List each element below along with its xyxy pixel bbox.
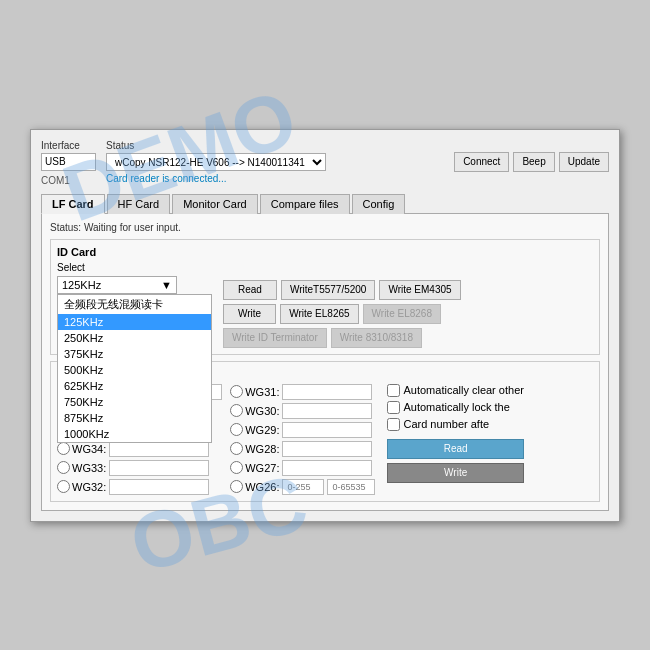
wg27-radio[interactable]: WG27: (230, 461, 279, 474)
id-card-section: ID Card Select 125KHz ▼ (50, 239, 600, 355)
hid-options-column: Automatically clear other Automatically … (387, 384, 523, 495)
status-select[interactable]: wCopy NSR122-HE V606 --> N140011341B4 (106, 153, 326, 171)
write-id-terminator-button[interactable]: Write ID Terminator (223, 328, 327, 348)
write-el8265-button[interactable]: Write EL8265 (280, 304, 358, 324)
update-button[interactable]: Update (559, 152, 609, 172)
wg32-radio[interactable]: WG32: (57, 480, 106, 493)
tab-config[interactable]: Config (352, 194, 406, 214)
tab-content: Status: Waiting for user input. ID Card … (41, 213, 609, 511)
select-label: Select (57, 262, 85, 273)
wg31-input[interactable] (282, 384, 372, 400)
status-label: Status (106, 140, 444, 151)
auto-clear-checkbox[interactable]: Automatically clear other (387, 384, 523, 397)
com1-label: COM1 (41, 175, 96, 186)
action-buttons: Read WriteT5577/5200 Write EM4305 Write … (223, 280, 461, 348)
wg28-radio[interactable]: WG28: (230, 442, 279, 455)
wg34-row: WG34: (57, 441, 222, 457)
wg30-radio[interactable]: WG30: (230, 404, 279, 417)
wg26-radio[interactable]: WG26: (230, 480, 279, 493)
dropdown-item-125[interactable]: 125KHz (58, 314, 211, 330)
dropdown-item-500[interactable]: 500KHz (58, 362, 211, 378)
wg26-row: WG26: (230, 479, 375, 495)
beep-button[interactable]: Beep (513, 152, 554, 172)
tab-hf-card[interactable]: HF Card (107, 194, 171, 214)
wg26-input1[interactable] (282, 479, 324, 495)
dropdown-item-875[interactable]: 875KHz (58, 410, 211, 426)
hid-write-button[interactable]: Write (387, 463, 523, 483)
dropdown-item-250[interactable]: 250KHz (58, 330, 211, 346)
hid-right-column: WG31: WG30: WG29: WG28: (230, 384, 375, 495)
wg32-row: WG32: (57, 479, 222, 495)
wg29-input[interactable] (282, 422, 372, 438)
frequency-dropdown[interactable]: 全频段无线混频读卡 125KHz 250KHz 375KHz 500KHz 62… (57, 294, 212, 443)
main-window: Interface COM1 Status wCopy NSR122-HE V6… (30, 129, 620, 522)
interface-section: Interface COM1 (41, 140, 96, 186)
write-button[interactable]: Write (223, 304, 276, 324)
wg33-row: WG33: (57, 460, 222, 476)
write-t5577-button[interactable]: WriteT5577/5200 (281, 280, 376, 300)
wg31-radio[interactable]: WG31: (230, 385, 279, 398)
id-card-title: ID Card (57, 246, 593, 258)
dropdown-item-all[interactable]: 全频段无线混频读卡 (58, 295, 211, 314)
connect-button[interactable]: Connect (454, 152, 509, 172)
wg30-row: WG30: (230, 403, 375, 419)
dropdown-item-375[interactable]: 375KHz (58, 346, 211, 362)
status-section: Status wCopy NSR122-HE V606 --> N1400113… (106, 140, 444, 184)
write-el8268-button[interactable]: Write EL8268 (363, 304, 441, 324)
write-8310-button[interactable]: Write 8310/8318 (331, 328, 422, 348)
wg29-row: WG29: (230, 422, 375, 438)
card-number-checkbox[interactable]: Card number afte (387, 418, 523, 431)
wg27-input[interactable] (282, 460, 372, 476)
read-button[interactable]: Read (223, 280, 277, 300)
hid-read-button[interactable]: Read (387, 439, 523, 459)
wg34-input[interactable] (109, 441, 209, 457)
auto-lock-checkbox[interactable]: Automatically lock the (387, 401, 523, 414)
tab-bar: LF Card HF Card Monitor Card Compare fil… (41, 194, 609, 214)
usb-input[interactable] (41, 153, 96, 171)
dropdown-item-1000[interactable]: 1000KHz (58, 426, 211, 442)
wg30-input[interactable] (282, 403, 372, 419)
dropdown-item-625[interactable]: 625KHz (58, 378, 211, 394)
wg28-input[interactable] (282, 441, 372, 457)
tab-lf-card[interactable]: LF Card (41, 194, 105, 214)
wg31-row: WG31: (230, 384, 375, 400)
wg32-input[interactable] (109, 479, 209, 495)
interface-label: Interface (41, 140, 96, 151)
wg29-radio[interactable]: WG29: (230, 423, 279, 436)
wg34-radio[interactable]: WG34: (57, 442, 106, 455)
tab-monitor-card[interactable]: Monitor Card (172, 194, 258, 214)
wg28-row: WG28: (230, 441, 375, 457)
wg33-input[interactable] (109, 460, 209, 476)
write-em4305-button[interactable]: Write EM4305 (379, 280, 460, 300)
wg26-input2[interactable] (327, 479, 375, 495)
wg33-radio[interactable]: WG33: (57, 461, 106, 474)
dropdown-item-750[interactable]: 750KHz (58, 394, 211, 410)
top-buttons: Connect Beep Update (454, 152, 609, 172)
frequency-select-display[interactable]: 125KHz ▼ (57, 276, 177, 294)
status-waiting: Status: Waiting for user input. (50, 222, 600, 233)
wg27-row: WG27: (230, 460, 375, 476)
tab-compare-files[interactable]: Compare files (260, 194, 350, 214)
status-connected-text: Card reader is connected... (106, 173, 444, 184)
